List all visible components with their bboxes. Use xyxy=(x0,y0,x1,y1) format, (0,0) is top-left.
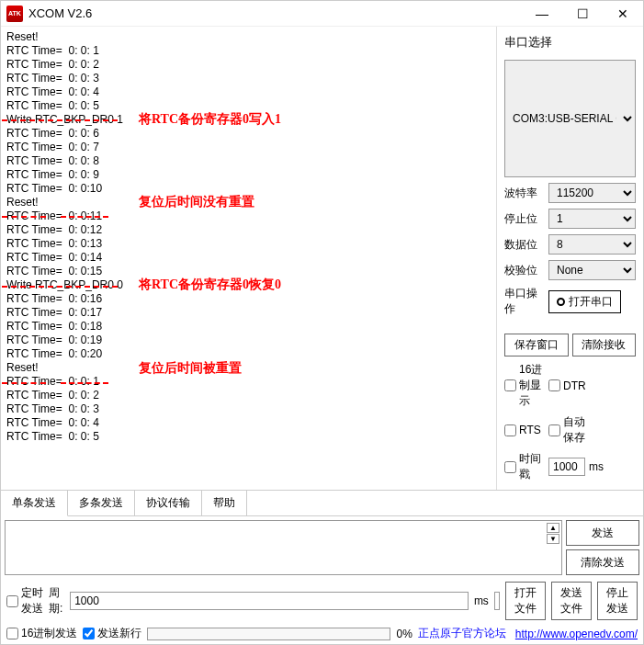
terminal-line: RTC Time= 0: 0: 3 xyxy=(6,72,491,85)
ms-label-2: ms xyxy=(474,594,489,607)
terminal-line: RTC Time= 0: 0: 3 xyxy=(6,402,491,416)
timestamp-input[interactable] xyxy=(548,458,585,476)
annotation: 复位后时间没有重置 xyxy=(139,195,254,209)
tab-2[interactable]: 协议传输 xyxy=(135,491,202,515)
scroll-down-icon[interactable]: ▼ xyxy=(547,534,559,544)
terminal-line: RTC Time= 0: 0:15 xyxy=(6,265,491,278)
terminal-line: RTC Time= 0: 0: 1 xyxy=(6,44,491,58)
tab-0[interactable]: 单条发送 xyxy=(1,491,68,516)
stop-label: 停止位 xyxy=(504,211,545,227)
terminal-line: RTC Time= 0: 0: 7 xyxy=(6,141,491,154)
terminal-line: RTC Time= 0: 0: 2 xyxy=(6,58,491,72)
annotation: 复位后时间被重置 xyxy=(139,361,242,375)
data-label: 数据位 xyxy=(504,237,545,253)
send-button[interactable]: 发送 xyxy=(566,520,639,546)
footer-text: 正点原子官方论坛 xyxy=(418,626,506,641)
clear-recv-button[interactable]: 清除接收 xyxy=(572,334,637,356)
terminal-line: RTC Time= 0: 0:11 xyxy=(6,209,491,223)
terminal-line: RTC Time= 0: 0:13 xyxy=(6,237,491,251)
terminal-line: Reset! xyxy=(6,30,491,44)
dtr-check[interactable]: DTR xyxy=(548,379,589,392)
parity-select[interactable]: None xyxy=(548,260,636,280)
port-select[interactable]: COM3:USB-SERIAL CH340 xyxy=(504,60,636,177)
autosave-check[interactable]: 自动保存 xyxy=(548,414,589,446)
send-textbox[interactable]: ▲ ▼ xyxy=(5,520,562,575)
terminal-line: RTC Time= 0: 0:17 xyxy=(6,306,491,320)
timestamp-check[interactable]: 时间戳 xyxy=(504,451,545,482)
tab-1[interactable]: 多条发送 xyxy=(68,491,135,515)
baud-label: 波特率 xyxy=(504,186,545,201)
ms-label: ms xyxy=(589,460,604,473)
terminal-line: RTC Time= 0: 0: 5 xyxy=(6,430,491,444)
terminal-line: RTC Time= 0: 0:20 xyxy=(6,347,491,361)
terminal-line: RTC Time= 0: 0:10 xyxy=(6,182,491,196)
terminal-line: RTC Time= 0: 0: 4 xyxy=(6,85,491,99)
terminal-line: Reset! xyxy=(6,361,491,375)
terminal-line: RTC Time= 0: 0:18 xyxy=(6,320,491,334)
terminal-line: RTC Time= 0: 0: 1 xyxy=(6,375,491,389)
terminal-line: RTC Time= 0: 0:14 xyxy=(6,251,491,265)
terminal-line: RTC Time= 0: 0:12 xyxy=(6,223,491,237)
terminal-line: RTC Time= 0: 0: 5 xyxy=(6,99,491,113)
terminal-line: RTC Time= 0: 0:19 xyxy=(6,334,491,347)
hex-display-check[interactable]: 16进制显示 xyxy=(504,362,545,409)
bottom-panel: 单条发送多条发送协议传输帮助 ▲ ▼ 发送 清除发送 定时发送 周期: ms 打… xyxy=(1,490,643,644)
progress-pct: 0% xyxy=(396,628,412,640)
close-button[interactable]: ✕ xyxy=(603,1,643,27)
send-newline-check[interactable]: 发送新行 xyxy=(83,626,141,641)
scroll-up-icon[interactable]: ▲ xyxy=(547,523,559,533)
period-input[interactable] xyxy=(70,592,469,610)
stop-select[interactable]: 1 xyxy=(548,209,636,229)
progress-bar xyxy=(147,628,390,640)
file-path-input[interactable] xyxy=(494,592,500,610)
terminal-line: RTC Time= 0: 0:16 xyxy=(6,292,491,306)
timed-send-check[interactable]: 定时发送 xyxy=(6,585,43,617)
maximize-button[interactable]: ☐ xyxy=(562,1,603,27)
sidebar: 串口选择 COM3:USB-SERIAL CH340 波特率115200 停止位… xyxy=(496,27,643,490)
send-file-button[interactable]: 发送文件 xyxy=(551,582,592,620)
titlebar: ATK XCOM V2.6 — ☐ ✕ xyxy=(1,1,643,27)
minimize-button[interactable]: — xyxy=(522,1,562,27)
stop-send-button[interactable]: 停止发送 xyxy=(597,582,638,620)
baud-select[interactable]: 115200 xyxy=(548,183,636,203)
terminal-line: RTC Time= 0: 0: 4 xyxy=(6,416,491,430)
op-label: 串口操作 xyxy=(504,286,545,317)
period-label: 周期: xyxy=(49,585,64,617)
tabs: 单条发送多条发送协议传输帮助 xyxy=(1,490,643,516)
annotation: 将RTC备份寄存器0恢复0 xyxy=(139,277,281,291)
hex-send-check[interactable]: 16进制发送 xyxy=(6,626,77,641)
save-window-button[interactable]: 保存窗口 xyxy=(504,334,569,356)
app-logo: ATK xyxy=(6,6,23,22)
tab-3[interactable]: 帮助 xyxy=(202,491,247,515)
terminal-line: RTC Time= 0: 0: 2 xyxy=(6,389,491,402)
parity-label: 校验位 xyxy=(504,263,545,278)
serial-group-title: 串口选择 xyxy=(504,34,636,51)
data-select[interactable]: 8 xyxy=(548,234,636,255)
open-file-button[interactable]: 打开文件 xyxy=(505,582,546,620)
status-dot-icon xyxy=(557,298,565,306)
window-title: XCOM V2.6 xyxy=(28,6,522,20)
terminal-output[interactable]: Reset!RTC Time= 0: 0: 1RTC Time= 0: 0: 2… xyxy=(1,27,496,490)
clear-send-button[interactable]: 清除发送 xyxy=(566,549,639,575)
annotation: 将RTC备份寄存器0写入1 xyxy=(139,112,281,126)
rts-check[interactable]: RTS xyxy=(504,424,545,436)
terminal-line: RTC Time= 0: 0: 6 xyxy=(6,127,491,141)
footer-link[interactable]: http://www.openedv.com/ xyxy=(515,628,638,640)
terminal-line: RTC Time= 0: 0: 8 xyxy=(6,154,491,168)
terminal-line: RTC Time= 0: 0: 9 xyxy=(6,168,491,182)
open-port-button[interactable]: 打开串口 xyxy=(548,290,621,313)
